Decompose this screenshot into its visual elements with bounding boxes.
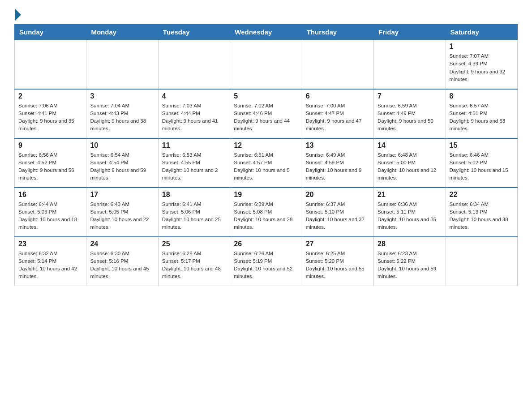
calendar-cell	[86, 40, 158, 89]
day-of-week-header: Sunday	[15, 25, 86, 40]
day-number: 20	[306, 191, 370, 199]
calendar-cell: 3Sunrise: 7:04 AMSunset: 4:43 PMDaylight…	[86, 89, 158, 138]
day-number: 9	[18, 141, 82, 150]
day-number: 18	[162, 191, 226, 199]
day-number: 1	[450, 43, 514, 51]
day-of-week-header: Thursday	[302, 25, 373, 40]
calendar-table: SundayMondayTuesdayWednesdayThursdayFrid…	[14, 24, 518, 286]
calendar-week-row: 23Sunrise: 6:32 AMSunset: 5:14 PMDayligh…	[15, 237, 518, 286]
day-number: 5	[234, 92, 298, 100]
day-info: Sunrise: 6:53 AMSunset: 4:55 PMDaylight:…	[162, 151, 226, 182]
day-info: Sunrise: 6:43 AMSunset: 5:05 PMDaylight:…	[90, 201, 154, 231]
calendar-cell	[374, 40, 446, 89]
day-info: Sunrise: 6:59 AMSunset: 4:49 PMDaylight:…	[378, 102, 442, 133]
day-info: Sunrise: 6:26 AMSunset: 5:19 PMDaylight:…	[234, 250, 298, 281]
day-info: Sunrise: 7:03 AMSunset: 4:44 PMDaylight:…	[162, 102, 226, 133]
calendar-cell: 16Sunrise: 6:44 AMSunset: 5:03 PMDayligh…	[15, 188, 86, 237]
day-info: Sunrise: 7:04 AMSunset: 4:43 PMDaylight:…	[90, 102, 154, 133]
day-of-week-header: Tuesday	[158, 25, 230, 40]
calendar-week-row: 1Sunrise: 7:07 AMSunset: 4:39 PMDaylight…	[15, 40, 518, 89]
day-info: Sunrise: 6:57 AMSunset: 4:51 PMDaylight:…	[450, 102, 514, 133]
day-info: Sunrise: 7:00 AMSunset: 4:47 PMDaylight:…	[306, 102, 370, 133]
day-number: 22	[450, 191, 514, 199]
calendar-cell: 13Sunrise: 6:49 AMSunset: 4:59 PMDayligh…	[302, 138, 373, 188]
day-number: 2	[18, 92, 82, 100]
day-number: 10	[90, 141, 154, 150]
calendar-cell: 4Sunrise: 7:03 AMSunset: 4:44 PMDaylight…	[158, 89, 230, 138]
calendar-cell: 15Sunrise: 6:46 AMSunset: 5:02 PMDayligh…	[446, 138, 517, 188]
calendar-cell: 20Sunrise: 6:37 AMSunset: 5:10 PMDayligh…	[302, 188, 373, 237]
logo-triangle-icon	[15, 9, 21, 21]
day-number: 17	[90, 191, 154, 199]
day-number: 15	[450, 141, 514, 150]
day-info: Sunrise: 6:49 AMSunset: 4:59 PMDaylight:…	[306, 151, 370, 182]
day-number: 7	[378, 92, 442, 100]
day-info: Sunrise: 6:34 AMSunset: 5:13 PMDaylight:…	[450, 201, 514, 231]
calendar-week-row: 2Sunrise: 7:06 AMSunset: 4:41 PMDaylight…	[15, 89, 518, 138]
day-number: 27	[306, 240, 370, 248]
day-info: Sunrise: 6:39 AMSunset: 5:08 PMDaylight:…	[234, 201, 298, 231]
day-number: 4	[162, 92, 226, 100]
calendar-cell: 19Sunrise: 6:39 AMSunset: 5:08 PMDayligh…	[230, 188, 302, 237]
day-info: Sunrise: 6:54 AMSunset: 4:54 PMDaylight:…	[90, 151, 154, 182]
day-number: 6	[306, 92, 370, 100]
calendar-week-row: 16Sunrise: 6:44 AMSunset: 5:03 PMDayligh…	[15, 188, 518, 237]
calendar-cell: 10Sunrise: 6:54 AMSunset: 4:54 PMDayligh…	[86, 138, 158, 188]
day-of-week-header: Friday	[374, 25, 446, 40]
day-info: Sunrise: 6:30 AMSunset: 5:16 PMDaylight:…	[90, 250, 154, 281]
day-info: Sunrise: 6:56 AMSunset: 4:52 PMDaylight:…	[18, 151, 82, 182]
calendar-cell: 21Sunrise: 6:36 AMSunset: 5:11 PMDayligh…	[374, 188, 446, 237]
calendar-header-row: SundayMondayTuesdayWednesdayThursdayFrid…	[15, 25, 518, 40]
day-number: 13	[306, 141, 370, 150]
day-info: Sunrise: 6:36 AMSunset: 5:11 PMDaylight:…	[378, 201, 442, 231]
day-info: Sunrise: 6:32 AMSunset: 5:14 PMDaylight:…	[18, 250, 82, 281]
day-number: 23	[18, 240, 82, 248]
day-info: Sunrise: 6:23 AMSunset: 5:22 PMDaylight:…	[378, 250, 442, 281]
day-info: Sunrise: 6:37 AMSunset: 5:10 PMDaylight:…	[306, 201, 370, 231]
day-number: 3	[90, 92, 154, 100]
calendar-cell: 14Sunrise: 6:48 AMSunset: 5:00 PMDayligh…	[374, 138, 446, 188]
day-number: 21	[378, 191, 442, 199]
calendar-cell: 18Sunrise: 6:41 AMSunset: 5:06 PMDayligh…	[158, 188, 230, 237]
day-number: 11	[162, 141, 226, 150]
day-info: Sunrise: 6:48 AMSunset: 5:00 PMDaylight:…	[378, 151, 442, 182]
day-number: 26	[234, 240, 298, 248]
day-number: 25	[162, 240, 226, 248]
day-number: 12	[234, 141, 298, 150]
day-number: 24	[90, 240, 154, 248]
calendar-cell: 11Sunrise: 6:53 AMSunset: 4:55 PMDayligh…	[158, 138, 230, 188]
calendar-cell: 28Sunrise: 6:23 AMSunset: 5:22 PMDayligh…	[374, 237, 446, 286]
day-of-week-header: Saturday	[446, 25, 517, 40]
calendar-cell: 17Sunrise: 6:43 AMSunset: 5:05 PMDayligh…	[86, 188, 158, 237]
day-info: Sunrise: 6:28 AMSunset: 5:17 PMDaylight:…	[162, 250, 226, 281]
day-info: Sunrise: 7:06 AMSunset: 4:41 PMDaylight:…	[18, 102, 82, 133]
day-number: 16	[18, 191, 82, 199]
day-info: Sunrise: 6:46 AMSunset: 5:02 PMDaylight:…	[450, 151, 514, 182]
calendar-cell: 7Sunrise: 6:59 AMSunset: 4:49 PMDaylight…	[374, 89, 446, 138]
day-info: Sunrise: 6:51 AMSunset: 4:57 PMDaylight:…	[234, 151, 298, 182]
calendar-cell	[15, 40, 86, 89]
calendar-cell: 2Sunrise: 7:06 AMSunset: 4:41 PMDaylight…	[15, 89, 86, 138]
calendar-cell: 25Sunrise: 6:28 AMSunset: 5:17 PMDayligh…	[158, 237, 230, 286]
day-info: Sunrise: 6:25 AMSunset: 5:20 PMDaylight:…	[306, 250, 370, 281]
day-number: 19	[234, 191, 298, 199]
calendar-cell	[446, 237, 517, 286]
calendar-cell: 5Sunrise: 7:02 AMSunset: 4:46 PMDaylight…	[230, 89, 302, 138]
calendar-cell: 27Sunrise: 6:25 AMSunset: 5:20 PMDayligh…	[302, 237, 373, 286]
calendar-cell: 8Sunrise: 6:57 AMSunset: 4:51 PMDaylight…	[446, 89, 517, 138]
calendar-cell: 1Sunrise: 7:07 AMSunset: 4:39 PMDaylight…	[446, 40, 517, 89]
calendar-cell: 22Sunrise: 6:34 AMSunset: 5:13 PMDayligh…	[446, 188, 517, 237]
day-info: Sunrise: 6:41 AMSunset: 5:06 PMDaylight:…	[162, 201, 226, 231]
calendar-cell: 9Sunrise: 6:56 AMSunset: 4:52 PMDaylight…	[15, 138, 86, 188]
calendar-cell: 12Sunrise: 6:51 AMSunset: 4:57 PMDayligh…	[230, 138, 302, 188]
day-of-week-header: Wednesday	[230, 25, 302, 40]
calendar-cell	[302, 40, 373, 89]
day-info: Sunrise: 7:07 AMSunset: 4:39 PMDaylight:…	[450, 52, 514, 83]
calendar-cell: 24Sunrise: 6:30 AMSunset: 5:16 PMDayligh…	[86, 237, 158, 286]
day-number: 8	[450, 92, 514, 100]
calendar-cell: 23Sunrise: 6:32 AMSunset: 5:14 PMDayligh…	[15, 237, 86, 286]
calendar-cell	[230, 40, 302, 89]
logo	[14, 11, 21, 19]
calendar-cell: 26Sunrise: 6:26 AMSunset: 5:19 PMDayligh…	[230, 237, 302, 286]
day-number: 14	[378, 141, 442, 150]
